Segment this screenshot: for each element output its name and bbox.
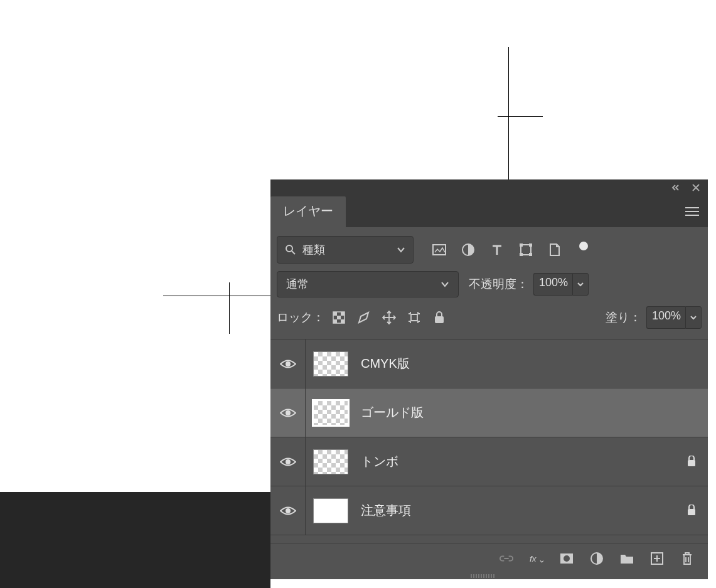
adjustment-layer-icon[interactable]	[590, 552, 604, 565]
delete-layer-icon[interactable]	[680, 552, 694, 565]
svg-rect-20	[688, 509, 695, 515]
layer-thumbnail[interactable]	[311, 351, 351, 377]
blend-mode-select[interactable]: 通常	[277, 271, 459, 297]
link-layers-icon[interactable]	[500, 552, 513, 565]
svg-rect-14	[435, 316, 444, 323]
opacity-dropdown-icon[interactable]	[572, 273, 589, 296]
filter-smartobject-icon[interactable]	[548, 243, 562, 257]
svg-text:fx: fx	[530, 554, 537, 564]
svg-point-16	[286, 410, 291, 415]
filter-row: 種類	[270, 227, 708, 269]
layer-row[interactable]: 注意事項	[270, 486, 708, 535]
panel-menu-icon[interactable]	[685, 206, 699, 216]
new-group-icon[interactable]	[620, 552, 634, 565]
layer-thumbnail[interactable]	[311, 498, 351, 523]
layer-thumbnail[interactable]	[311, 449, 351, 474]
layers-list: CMYK版ゴールド版トンボ注意事項	[270, 339, 708, 535]
layer-name[interactable]: CMYK版	[361, 355, 699, 372]
panel-footer: fx	[270, 543, 708, 573]
lock-all-icon[interactable]	[432, 311, 446, 324]
opacity-label: 不透明度：	[469, 276, 528, 292]
filter-text-icon[interactable]	[490, 243, 504, 257]
svg-point-23	[564, 555, 570, 562]
svg-rect-9	[333, 312, 337, 316]
fill-label: 塗り：	[606, 309, 641, 326]
lock-indicator-icon	[687, 505, 699, 517]
layer-style-icon[interactable]: fx	[530, 552, 543, 565]
layer-name[interactable]: 注意事項	[361, 502, 687, 519]
svg-rect-6	[520, 253, 523, 256]
svg-point-15	[286, 361, 291, 366]
layers-panel: レイヤー 種類	[270, 179, 708, 579]
svg-rect-11	[337, 316, 341, 319]
lock-artboard-icon[interactable]	[407, 311, 421, 324]
filter-shape-icon[interactable]	[519, 243, 533, 257]
filter-type-icons	[432, 243, 590, 257]
svg-point-0	[286, 245, 292, 252]
search-icon	[285, 244, 296, 255]
filter-type-select[interactable]: 種類	[277, 236, 414, 264]
fill-group: 塗り： 100%	[606, 306, 702, 329]
lock-row: ロック： 塗り： 100%	[270, 300, 708, 339]
canvas-dark-area	[0, 492, 270, 588]
svg-point-17	[286, 459, 291, 464]
visibility-toggle[interactable]	[270, 339, 306, 388]
fill-dropdown-icon[interactable]	[685, 306, 702, 329]
opacity-input[interactable]: 100%	[533, 273, 572, 296]
collapse-icon[interactable]	[670, 182, 681, 193]
panel-header-bar	[270, 179, 708, 196]
filter-toggle[interactable]	[577, 243, 590, 257]
filter-adjustment-icon[interactable]	[461, 243, 475, 257]
svg-point-19	[286, 508, 291, 513]
lock-label: ロック：	[277, 309, 324, 326]
layer-thumbnail[interactable]	[311, 399, 351, 427]
layer-row[interactable]: CMYK版	[270, 339, 708, 388]
svg-rect-4	[520, 243, 523, 247]
filter-type-label: 種類	[302, 242, 325, 257]
panel-tabs: レイヤー	[270, 196, 708, 227]
visibility-toggle[interactable]	[270, 388, 306, 437]
svg-rect-7	[529, 253, 532, 256]
registration-mark-h	[498, 116, 543, 117]
layer-name[interactable]: トンボ	[361, 453, 687, 470]
resize-grip[interactable]	[471, 574, 508, 578]
lock-pixels-icon[interactable]	[357, 311, 371, 324]
fill-input[interactable]: 100%	[646, 306, 685, 329]
filter-pixel-icon[interactable]	[432, 243, 446, 257]
visibility-toggle[interactable]	[270, 437, 306, 486]
blend-mode-row: 通常 不透明度： 100%	[270, 269, 708, 300]
layer-name[interactable]: ゴールド版	[361, 404, 699, 421]
chevron-down-icon	[397, 247, 405, 253]
registration-mark-h2	[163, 296, 270, 296]
chevron-down-icon	[441, 281, 449, 287]
svg-rect-13	[341, 319, 345, 323]
tab-layers[interactable]: レイヤー	[270, 196, 346, 227]
lock-indicator-icon	[687, 456, 699, 468]
visibility-toggle[interactable]	[270, 486, 306, 535]
layer-mask-icon[interactable]	[560, 552, 574, 565]
canvas-area[interactable]	[0, 0, 270, 492]
lock-icons	[332, 311, 446, 324]
lock-transparency-icon[interactable]	[332, 311, 346, 324]
svg-rect-5	[529, 243, 532, 247]
opacity-group: 不透明度： 100%	[469, 273, 589, 296]
registration-mark-v2	[229, 282, 230, 334]
lock-position-icon[interactable]	[382, 311, 396, 324]
blend-mode-label: 通常	[286, 277, 309, 292]
layer-row[interactable]: ゴールド版	[270, 388, 708, 437]
svg-rect-12	[333, 319, 337, 323]
registration-mark-v	[508, 47, 509, 179]
new-layer-icon[interactable]	[650, 552, 664, 565]
layer-row[interactable]: トンボ	[270, 437, 708, 486]
svg-rect-18	[688, 460, 695, 466]
close-icon[interactable]	[690, 182, 702, 193]
svg-rect-10	[341, 312, 345, 316]
